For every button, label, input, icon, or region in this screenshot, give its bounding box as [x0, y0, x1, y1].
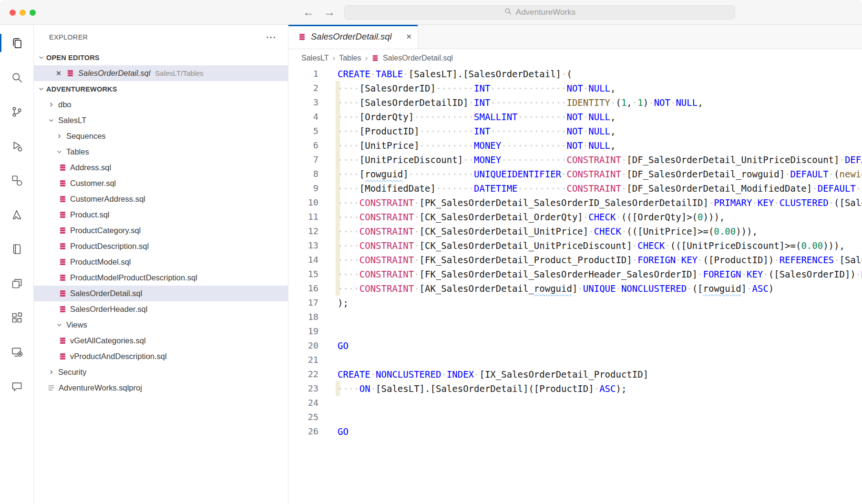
code-line[interactable]: 10····CONSTRAINT·[PK_SalesOrderDetail_Sa… [288, 195, 862, 210]
activity-item-notebooks[interactable] [0, 232, 33, 266]
tree-item-productdescription-sql[interactable]: ProductDescription.sql [34, 238, 288, 254]
code-line[interactable]: 13····CONSTRAINT·[CK_SalesOrderDetail_Un… [288, 238, 862, 253]
tree-item-vgetallcategories-sql[interactable]: vGetAllCategories.sql [34, 333, 288, 349]
tree-item-vproductanddescription-sql[interactable]: vProductAndDescription.sql [34, 349, 288, 364]
tree-item-productmodel-sql[interactable]: ProductModel.sql [34, 254, 288, 270]
breadcrumb-separator: › [333, 53, 336, 63]
code-line[interactable]: 16····CONSTRAINT·[AK_SalesOrderDetail_ro… [288, 281, 862, 296]
code-line[interactable]: 20GO [288, 339, 862, 353]
activity-item-run-debug[interactable] [0, 129, 33, 163]
open-editor-item[interactable]: ✕ SalesOrderDetail.sql SalesLT/Tables [34, 65, 288, 81]
tree-item-customer-sql[interactable]: Customer.sql [34, 175, 288, 191]
minimize-window-button[interactable] [20, 10, 26, 16]
code-line[interactable]: 9····[ModifiedDate]·······DATETIME······… [288, 181, 862, 195]
tree-item-label: Address.sql [70, 163, 111, 172]
open-editors-header[interactable]: OPEN EDITORS [34, 50, 288, 65]
sql-database-icon [59, 242, 67, 250]
more-actions-icon[interactable]: ⋯ [266, 35, 277, 40]
code-line[interactable]: 26GO [288, 424, 862, 439]
breadcrumb-item-file[interactable]: SalesOrderDetail.sql [383, 54, 453, 62]
code-line[interactable]: 24 [288, 396, 862, 410]
activity-item-extensions[interactable] [0, 300, 33, 335]
line-number: 11 [288, 210, 318, 224]
tree-item-salesorderheader-sql[interactable]: SalesOrderHeader.sql [34, 301, 288, 317]
code-line-content: GO [338, 339, 349, 353]
sql-database-icon [59, 274, 67, 282]
zoom-window-button[interactable] [30, 10, 36, 16]
code-line[interactable]: 21 [288, 353, 862, 367]
line-number: 17 [288, 296, 318, 310]
activity-item-source-control[interactable] [0, 94, 33, 129]
code-line[interactable]: 11····CONSTRAINT·[CK_SalesOrderDetail_Or… [288, 210, 862, 224]
code-line-content: GO [338, 424, 349, 439]
activity-item-comments[interactable] [0, 369, 33, 403]
tab-bar: SalesOrderDetail.sql ✕ [288, 25, 862, 49]
line-number: 3 [288, 95, 318, 110]
activity-item-azure[interactable] [0, 197, 33, 232]
project-section-header[interactable]: ADVENTUREWORKS [34, 81, 288, 97]
activity-item-search[interactable] [0, 60, 33, 94]
chevron-down-icon [47, 117, 55, 124]
code-line[interactable]: 3····[SalesOrderDetailID]·INT···········… [288, 95, 862, 110]
tree-item-views[interactable]: Views [34, 317, 288, 333]
window-controls [10, 10, 36, 16]
code-line[interactable]: 7····[UnitPriceDiscount]··MONEY·········… [288, 153, 862, 167]
tree-item-salesorderdetail-sql[interactable]: SalesOrderDetail.sql [34, 286, 288, 301]
tree-item-product-sql[interactable]: Product.sql [34, 207, 288, 223]
line-number: 12 [288, 224, 318, 238]
tree-item-productmodelproductdescription-sql[interactable]: ProductModelProductDescription.sql [34, 270, 288, 286]
activity-item-database-projects[interactable] [0, 266, 33, 300]
activity-item-connections[interactable] [0, 163, 33, 197]
tree-item-customeraddress-sql[interactable]: CustomerAddress.sql [34, 191, 288, 207]
tree-item-adventureworks-sqlproj[interactable]: AdventureWorks.sqlproj [34, 380, 288, 396]
code-line[interactable]: 1CREATE·TABLE·[SalesLT].[SalesOrderDetai… [288, 67, 862, 81]
back-button[interactable]: ← [301, 4, 316, 20]
activity-item-remote-target[interactable] [0, 335, 33, 369]
forward-button[interactable]: → [322, 4, 337, 20]
tree-item-label: ProductCategory.sql [70, 226, 141, 235]
breadcrumb-item-schema[interactable]: SalesLT [301, 54, 329, 62]
code-line[interactable]: 8····[rowguid]············UNIQUEIDENTIFI… [288, 167, 862, 181]
code-line[interactable]: 14····CONSTRAINT·[FK_SalesOrderDetail_Pr… [288, 253, 862, 267]
line-number: 18 [288, 310, 318, 324]
command-center-search[interactable]: AdventureWorks [344, 5, 735, 20]
code-line[interactable]: 5····[ProductID]··········INT···········… [288, 124, 862, 138]
code-line[interactable]: 12····CONSTRAINT·[CK_SalesOrderDetail_Un… [288, 224, 862, 238]
activity-item-explorer[interactable] [0, 26, 33, 60]
tree-item-label: CustomerAddress.sql [70, 195, 145, 204]
code-line[interactable]: 15····CONSTRAINT·[FK_SalesOrderDetail_Sa… [288, 267, 862, 281]
code-line[interactable]: 19 [288, 324, 862, 339]
code-line-content: ····[ModifiedDate]·······DATETIME·······… [338, 181, 862, 195]
code-line[interactable]: 6····[UnitPrice]··········MONEY·········… [288, 138, 862, 153]
line-number: 13 [288, 238, 318, 253]
file-tree: dboSalesLTSequencesTablesAddress.sqlCust… [34, 97, 288, 396]
chevron-down-icon [55, 148, 63, 156]
code-line[interactable]: 17); [288, 296, 862, 310]
code-line-content: ····CONSTRAINT·[FK_SalesOrderDetail_Prod… [338, 253, 862, 267]
tree-item-saleslt[interactable]: SalesLT [34, 113, 288, 128]
tree-item-productcategory-sql[interactable]: ProductCategory.sql [34, 223, 288, 238]
line-number: 2 [288, 81, 318, 95]
sql-database-icon [66, 69, 74, 77]
breadcrumb-item-folder[interactable]: Tables [339, 54, 361, 62]
code-line[interactable]: 23····ON·[SalesLT].[SalesOrderDetail]([P… [288, 381, 862, 396]
tree-item-label: Security [58, 368, 87, 377]
tree-item-security[interactable]: Security [34, 364, 288, 380]
tree-item-address-sql[interactable]: Address.sql [34, 160, 288, 175]
code-line[interactable]: 2····[SalesOrderID]·······INT···········… [288, 81, 862, 95]
code-line[interactable]: 18 [288, 310, 862, 324]
code-line[interactable]: 4····[OrderQty]···········SMALLINT······… [288, 110, 862, 124]
tree-item-label: ProductModelProductDescription.sql [70, 273, 197, 282]
search-label: AdventureWorks [516, 8, 575, 17]
tree-item-tables[interactable]: Tables [34, 144, 288, 160]
tree-item-sequences[interactable]: Sequences [34, 128, 288, 144]
tree-item-dbo[interactable]: dbo [34, 97, 288, 113]
code-editor[interactable]: 1CREATE·TABLE·[SalesLT].[SalesOrderDetai… [288, 67, 862, 504]
tab-salesorderdetail[interactable]: SalesOrderDetail.sql ✕ [288, 25, 418, 49]
close-editor-icon[interactable]: ✕ [55, 69, 62, 78]
close-tab-icon[interactable]: ✕ [406, 32, 412, 41]
code-line[interactable]: 22CREATE·NONCLUSTERED·INDEX·[IX_SalesOrd… [288, 367, 862, 381]
code-line[interactable]: 25 [288, 410, 862, 424]
close-window-button[interactable] [10, 10, 16, 16]
line-number: 5 [288, 124, 318, 138]
